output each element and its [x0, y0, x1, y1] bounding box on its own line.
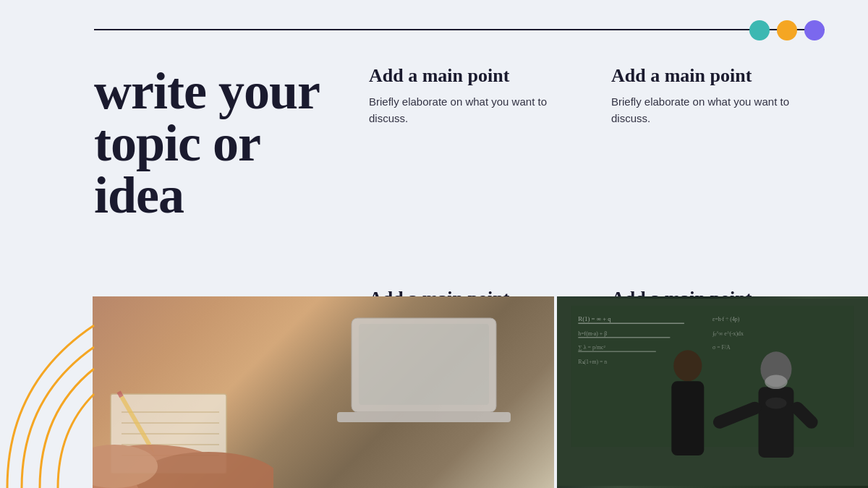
svg-text:∑ λ = p/mc²: ∑ λ = p/mc²	[578, 344, 605, 351]
image-strip: R(2) = ∞ + q ∫(1+m) dx R₁(a-β) h = f(x+Δ…	[0, 296, 868, 488]
svg-rect-37	[759, 387, 794, 458]
svg-text:h=f(m·a) + β: h=f(m·a) + β	[578, 330, 607, 337]
img-right-simulation: R(2) = ∞ + q ∫(1+m) dx R₁(a-β) h = f(x+Δ…	[557, 296, 868, 488]
dot-purple	[804, 20, 825, 40]
main-title: write your topic or idea	[94, 65, 340, 221]
top-divider	[94, 29, 825, 30]
svg-text:∫₀^∞ e^(-x)dx: ∫₀^∞ e^(-x)dx	[712, 330, 744, 337]
image-left	[93, 296, 554, 488]
point-2-description: Briefly elaborate on what you want to di…	[611, 94, 825, 127]
point-1-description: Briefly elaborate on what you want to di…	[369, 94, 582, 127]
svg-rect-41	[671, 381, 704, 455]
point-item-2: Add a main point Briefly elaborate on wh…	[611, 65, 825, 266]
image-right: R(2) = ∞ + q ∫(1+m) dx R₁(a-β) h = f(x+Δ…	[557, 296, 868, 488]
svg-point-38	[765, 398, 786, 409]
dot-orange	[777, 20, 797, 40]
svg-rect-2	[337, 412, 511, 422]
img-left-simulation	[93, 296, 554, 488]
point-item-1: Add a main point Briefly elaborate on wh…	[369, 65, 582, 266]
svg-text:ε=h·f ÷ (4p): ε=h·f ÷ (4p)	[712, 316, 740, 322]
dot-teal	[749, 20, 770, 40]
svg-text:R₁(1+m) = n: R₁(1+m) = n	[578, 359, 607, 365]
svg-text:R(1) = ∞ + q: R(1) = ∞ + q	[578, 315, 611, 322]
point-2-heading: Add a main point	[611, 65, 825, 87]
svg-text:σ = F/A: σ = F/A	[712, 344, 731, 351]
point-1-heading: Add a main point	[369, 65, 582, 87]
dots-container	[749, 20, 825, 40]
svg-point-40	[673, 350, 702, 381]
svg-rect-1	[359, 324, 489, 405]
svg-point-39	[765, 375, 787, 390]
slide-page: write your topic or idea Add a main poin…	[0, 0, 868, 488]
arc-decoration	[0, 296, 101, 488]
